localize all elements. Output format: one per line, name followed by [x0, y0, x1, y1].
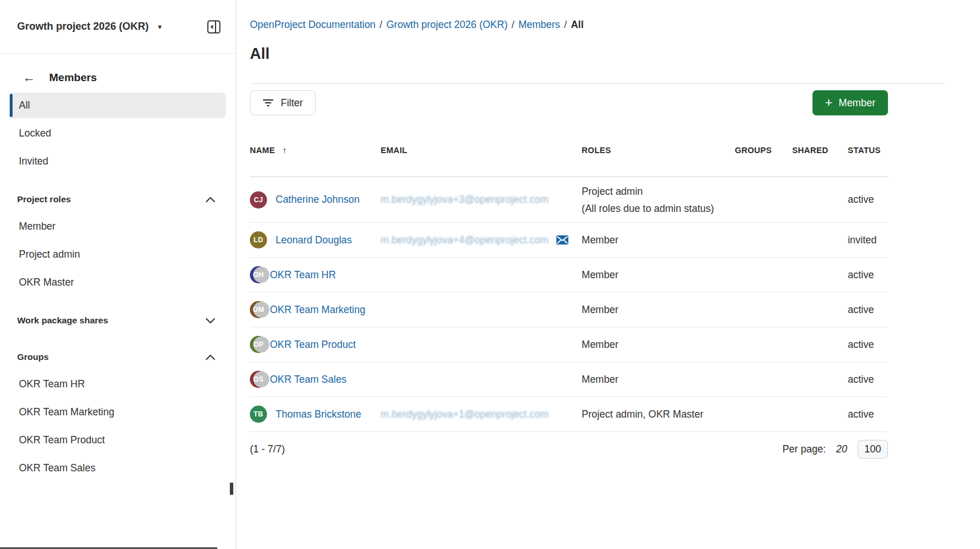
chevron-down-icon: [206, 318, 215, 323]
sidebar-section-items: Member Project admin OKR Master: [0, 214, 236, 295]
breadcrumb-link[interactable]: Growth project 2026 (OKR): [387, 19, 508, 30]
email-text: m.berdygylyjova+3@openproject.com: [381, 194, 549, 206]
avatar-initials: TB: [254, 410, 264, 418]
add-member-button-label: Member: [839, 97, 875, 109]
members-filter-list: All Locked Invited: [0, 93, 236, 174]
name-cell: OM OKR Team Marketing: [250, 292, 381, 327]
status-text: active: [848, 194, 874, 205]
shared-cell: [792, 292, 848, 327]
avatar-initials: OS: [253, 375, 264, 383]
table-header-row: NAME↑ EMAIL ROLES GROUPS SHARED STATUS: [250, 145, 888, 177]
pagination-footer: (1 - 7/7) Per page: 20100: [250, 440, 888, 459]
sidebar-section-label: Groups: [17, 352, 49, 362]
groups-cell: [735, 362, 792, 397]
collapse-sidebar-icon: [207, 20, 221, 34]
project-name[interactable]: Growth project 2026 (OKR): [17, 21, 149, 33]
shared-cell: [792, 362, 848, 397]
member-name-link[interactable]: OKR Team Sales: [270, 374, 346, 386]
sidebar-section: Work package shares: [0, 309, 236, 332]
roles-cell: Project admin (All roles due to admin st…: [581, 177, 735, 223]
sidebar-item-label: Project admin: [19, 249, 80, 261]
sidebar-item-okr-team-sales[interactable]: OKR Team Sales: [10, 455, 226, 481]
sidebar-section-work-package-shares[interactable]: Work package shares: [0, 309, 236, 332]
status-text: active: [848, 339, 874, 350]
status-text: active: [848, 304, 874, 315]
shared-cell: [792, 177, 848, 223]
member-name-link[interactable]: Catherine Johnson: [276, 194, 360, 206]
column-header-groups[interactable]: GROUPS: [735, 145, 792, 177]
avatar-initials: CJ: [254, 196, 263, 204]
column-header-shared[interactable]: SHARED: [792, 145, 848, 177]
project-menu-caret-icon[interactable]: ▼: [157, 23, 163, 30]
breadcrumb-link[interactable]: OpenProject Documentation: [250, 19, 376, 30]
sidebar-sections: Project roles Member Project admin OKR M…: [0, 188, 236, 481]
member-name-link[interactable]: Thomas Brickstone: [276, 408, 361, 420]
page-title: All: [250, 45, 945, 63]
sidebar-item-project-admin[interactable]: Project admin: [10, 242, 226, 267]
status-text: active: [848, 408, 874, 420]
roles-cell: Member: [581, 223, 735, 258]
mail-icon: [556, 235, 568, 245]
back-arrow-icon[interactable]: ←: [23, 71, 35, 84]
sidebar-item-label: OKR Team Product: [19, 434, 105, 446]
breadcrumb-link[interactable]: Members: [519, 19, 560, 30]
sidebar-section-groups[interactable]: Groups: [0, 346, 236, 368]
sidebar-item-okr-team-hr[interactable]: OKR Team HR: [10, 371, 226, 397]
email-text: m.berdygylyjova+4@openproject.com: [381, 234, 549, 246]
column-header-status[interactable]: STATUS: [848, 145, 888, 177]
groups-cell: [735, 223, 792, 258]
sidebar-item-label: OKR Team Sales: [19, 462, 95, 474]
sidebar-item-label: Locked: [19, 127, 51, 139]
roles-cell: Member: [581, 292, 735, 327]
table-row: LD Leonard Douglas m.berdygylyjova+4@ope…: [250, 223, 888, 258]
sidebar-section-label: Project roles: [17, 194, 71, 205]
per-page-option[interactable]: 20: [836, 443, 847, 455]
collapse-sidebar-button[interactable]: [206, 19, 222, 35]
column-header-name[interactable]: NAME↑: [250, 145, 381, 177]
status-text: active: [848, 269, 874, 280]
column-header-email[interactable]: EMAIL: [381, 145, 582, 177]
sidebar-section-project-roles[interactable]: Project roles: [0, 188, 236, 211]
sidebar-resize-handle[interactable]: [230, 483, 233, 495]
sidebar-item-okr-master[interactable]: OKR Master: [10, 270, 226, 295]
filter-button[interactable]: Filter: [250, 90, 316, 115]
title-divider: [250, 83, 945, 84]
column-header-roles[interactable]: ROLES: [581, 145, 735, 177]
sidebar-item-invited[interactable]: Invited: [10, 149, 226, 174]
members-menu-title: Members: [49, 71, 97, 84]
name-cell: OP OKR Team Product: [250, 327, 381, 362]
sidebar-item-okr-team-marketing[interactable]: OKR Team Marketing: [10, 399, 226, 425]
sidebar-item-all[interactable]: All: [10, 93, 226, 118]
email-cell: m.berdygylyjova+1@openproject.com: [381, 397, 582, 432]
chevron-up-icon: [206, 355, 215, 360]
avatar: LD: [250, 231, 267, 249]
sidebar-item-label: OKR Team Marketing: [19, 406, 114, 418]
name-cell: TB Thomas Brickstone: [250, 397, 381, 432]
sidebar-section-items: OKR Team HR OKR Team Marketing OKR Team …: [0, 371, 236, 481]
project-selector-row: Growth project 2026 (OKR) ▼: [0, 0, 236, 54]
per-page-option[interactable]: 100: [858, 440, 888, 459]
table-row: OH OKR Team HR Member active: [250, 258, 888, 292]
shared-cell: [792, 397, 848, 432]
breadcrumb-separator: /: [508, 19, 519, 30]
email-cell: [381, 258, 582, 292]
sort-ascending-icon: ↑: [282, 145, 287, 155]
sidebar-item-locked[interactable]: Locked: [10, 121, 226, 146]
sidebar-item-member[interactable]: Member: [10, 214, 226, 239]
table-row: TB Thomas Brickstone m.berdygylyjova+1@o…: [250, 397, 888, 432]
member-name-link[interactable]: Leonard Douglas: [276, 234, 352, 246]
sidebar-item-okr-team-product[interactable]: OKR Team Product: [10, 427, 226, 453]
status-cell: invited: [848, 223, 888, 258]
add-member-button[interactable]: + Member: [812, 90, 888, 115]
status-text: active: [848, 374, 874, 385]
member-name-link[interactable]: OKR Team HR: [270, 269, 336, 281]
member-name-link[interactable]: OKR Team Marketing: [270, 304, 365, 316]
groups-cell: [735, 177, 792, 223]
member-name-link[interactable]: OKR Team Product: [270, 339, 356, 351]
breadcrumb-separator: /: [376, 19, 387, 30]
plus-icon: +: [825, 97, 832, 109]
sidebar-item-label: Member: [19, 221, 55, 233]
status-cell: active: [848, 327, 888, 362]
breadcrumb: OpenProject Documentation/Growth project…: [250, 0, 945, 31]
breadcrumb-separator: /: [560, 19, 571, 30]
